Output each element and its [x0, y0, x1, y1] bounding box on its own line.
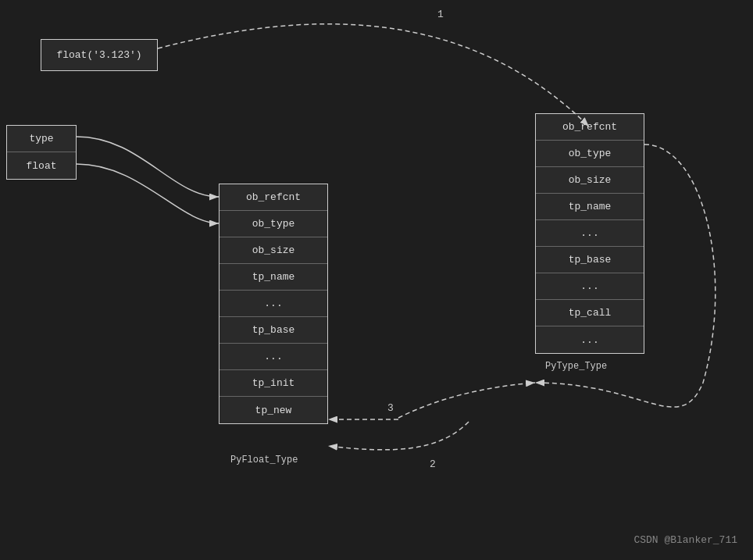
pyfloat-tp-name: tp_name: [219, 264, 327, 291]
pytype-tp-name: tp_name: [536, 194, 644, 220]
pytype-tp-base: tp_base: [536, 247, 644, 273]
arrow-1-label: 1: [437, 9, 444, 20]
pytype-type-box: ob_refcnt ob_type ob_size tp_name ... tp…: [535, 113, 644, 354]
type-cell: type: [7, 126, 76, 152]
pytype-type-label: PyType_Type: [545, 361, 607, 372]
float-call-label: float('3.123'): [56, 49, 141, 61]
arrow-float-to-pyfloat: [77, 164, 219, 223]
arrow-type-to-pyfloat: [77, 137, 219, 197]
pytype-dots3: ...: [536, 326, 644, 353]
pytype-tp-call: tp_call: [536, 300, 644, 326]
watermark: CSDN @Blanker_711: [633, 534, 737, 546]
pyfloat-ob-type: ob_type: [219, 211, 327, 237]
pyfloat-type-label: PyFloat_Type: [230, 455, 298, 465]
pyfloat-ob-size: ob_size: [219, 237, 327, 264]
type-float-box: type float: [6, 125, 77, 180]
pytype-ob-size: ob_size: [536, 167, 644, 194]
pyfloat-tp-base: tp_base: [219, 317, 327, 344]
pytype-ob-refcnt: ob_refcnt: [536, 114, 644, 141]
arrow-3-path: [398, 383, 535, 418]
pyfloat-dots1: ...: [219, 291, 327, 317]
arrow-3-label: 3: [387, 402, 394, 414]
pytype-dots1: ...: [536, 220, 644, 247]
pyfloat-tp-new: tp_new: [219, 397, 327, 423]
float-call-box: float('3.123'): [41, 39, 158, 71]
arrow-1-path: [158, 24, 589, 127]
arrow-2-label: 2: [430, 458, 436, 470]
pyfloat-ob-refcnt: ob_refcnt: [219, 184, 327, 211]
arrow-2-path: [328, 422, 469, 450]
float-cell: float: [7, 152, 76, 179]
pytype-dots2: ...: [536, 273, 644, 300]
pyfloat-dots2: ...: [219, 344, 327, 370]
pytype-ob-type: ob_type: [536, 141, 644, 167]
pyfloat-tp-init: tp_init: [219, 370, 327, 397]
pyfloat-type-box: ob_refcnt ob_type ob_size tp_name ... tp…: [219, 184, 328, 424]
diagram-container: float('3.123') type float ob_refcnt ob_t…: [0, 0, 753, 560]
